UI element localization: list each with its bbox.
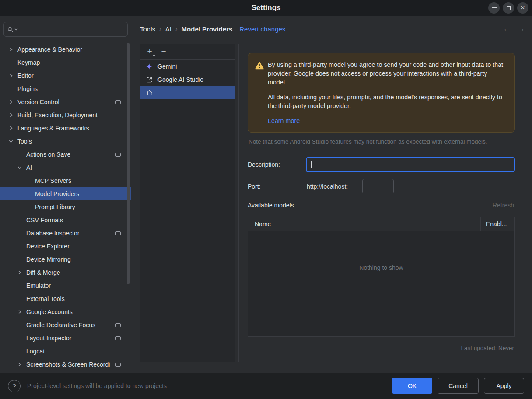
chevron-right-icon[interactable] [6,126,18,130]
close-button[interactable]: × [517,2,528,14]
help-button[interactable]: ? [8,380,21,392]
sidebar-item-gradle-declarative-focus[interactable]: Gradle Declarative Focus [0,318,131,332]
description-input[interactable] [306,157,515,172]
apply-button[interactable]: Apply [484,378,524,394]
external-models-note: Note that some Android Studio features m… [248,138,487,145]
sidebar-item-database-inspector[interactable]: Database Inspector [0,227,131,240]
sidebar-item-tools[interactable]: Tools [0,135,131,148]
port-input[interactable] [362,179,394,193]
cancel-button[interactable]: Cancel [438,378,479,394]
footer-buttons: OK Cancel Apply [392,378,524,394]
column-header-enabled[interactable]: Enabl... [480,217,514,231]
sidebar-item-ai[interactable]: AI [0,161,131,174]
chevron-right-icon[interactable] [15,270,26,275]
search-icon [7,27,13,32]
sidebar-item-label: MCP Servers [35,177,71,184]
settings-content: Appearance & BehaviorKeymapEditorPlugins… [0,16,532,373]
sidebar-item-editor[interactable]: Editor [0,69,131,82]
sidebar-item-appearance-behavior[interactable]: Appearance & Behavior [0,43,131,56]
sidebar-item-keymap[interactable]: Keymap [0,56,131,69]
last-updated-text: Last updated: Never [461,344,514,352]
warning-icon [255,62,264,72]
table-header: Name Enabl... [248,217,514,231]
sidebar-item-version-control[interactable]: Version Control [0,95,131,108]
sidebar-item-screenshots-screen-recordi[interactable]: Screenshots & Screen Recordi [0,358,131,371]
sidebar-item-label: Prompt Library [35,203,75,210]
search-history-chevron-icon [14,28,18,31]
window-title: Settings [251,4,280,12]
provider-item-label: Gemini [158,63,177,70]
third-party-warning-banner: By using a third-party model you agree t… [248,53,515,133]
shared-setting-icon [116,231,121,235]
chevron-right-icon[interactable] [15,362,26,367]
revert-changes-link[interactable]: Revert changes [239,25,285,33]
sidebar-scrollbar[interactable] [127,43,130,284]
breadcrumb-separator: › [175,25,178,32]
breadcrumb-model-providers: Model Providers [182,25,233,33]
sidebar-item-actions-on-save[interactable]: Actions on Save [0,148,131,161]
sidebar-item-layout-inspector[interactable]: Layout Inspector [0,332,131,345]
sidebar-item-label: Version Control [18,98,60,105]
sidebar-item-label: Screenshots & Screen Recordi [26,361,110,368]
sidebar-item-device-explorer[interactable]: Device Explorer [0,240,131,253]
chevron-down-icon[interactable] [6,139,18,144]
port-label: Port: [248,182,261,191]
sidebar-item-label: Keymap [18,59,40,66]
sidebar-item-label: Editor [18,72,34,79]
sidebar-item-emulator[interactable]: Emulator [0,279,131,292]
shared-setting-icon [116,336,121,340]
breadcrumb-ai[interactable]: AI [165,25,172,33]
sidebar-item-csv-formats[interactable]: CSV Formats [0,214,131,227]
sidebar-item-google-accounts[interactable]: Google Accounts [0,305,131,318]
sidebar-item-label: Layout Inspector [26,335,72,342]
window-controls: × [488,2,528,14]
sidebar-item-mcp-servers[interactable]: MCP Servers [0,174,131,187]
chevron-right-icon[interactable] [6,113,18,117]
column-header-name[interactable]: Name [248,217,480,231]
add-provider-button[interactable]: + [145,47,154,57]
sidebar-item-device-mirroring[interactable]: Device Mirroring [0,253,131,266]
learn-more-link[interactable]: Learn more [268,116,300,125]
provider-item-google-ai-studio[interactable]: Google AI Studio [140,73,235,86]
chevron-right-icon[interactable] [6,100,18,104]
question-mark-icon: ? [12,382,16,390]
breadcrumb-tools[interactable]: Tools [140,25,155,33]
titlebar[interactable]: Settings × [0,0,532,16]
breadcrumb-separator: › [159,25,161,32]
forward-arrow-icon[interactable]: → [518,24,525,33]
chevron-right-icon[interactable] [6,47,18,52]
settings-search-input[interactable] [21,26,124,33]
maximize-button[interactable] [503,2,514,14]
breadcrumb: Tools › AI › Model Providers Revert chan… [140,22,525,36]
sidebar-item-prompt-library[interactable]: Prompt Library [0,200,131,214]
sidebar-item-model-providers[interactable]: Model Providers [0,187,131,200]
chevron-down-icon[interactable] [15,165,26,170]
sidebar-item-label: Build, Execution, Deployment [18,112,98,119]
provider-item-new[interactable] [140,86,235,99]
sidebar-item-label: Emulator [26,282,51,289]
remove-provider-button[interactable]: − [159,47,168,57]
sidebar-item-plugins[interactable]: Plugins [0,82,131,95]
ok-button[interactable]: OK [392,378,432,394]
sidebar-item-label: Logcat [26,348,45,355]
provider-item-gemini[interactable]: Gemini [140,60,235,73]
warning-paragraph-2: All data, including your files, prompts,… [268,93,504,110]
sidebar-item-label: Diff & Merge [26,269,60,276]
shared-setting-icon [116,363,121,367]
chevron-right-icon[interactable] [6,74,18,78]
sidebar-item-external-tools[interactable]: External Tools [0,292,131,305]
gemini-star-icon [146,63,154,70]
minimize-button[interactable] [488,2,500,14]
sidebar-item-languages-frameworks[interactable]: Languages & Frameworks [0,122,131,135]
sidebar-item-label: Tools [18,138,32,145]
sidebar-item-diff-merge[interactable]: Diff & Merge [0,266,131,279]
sidebar: Appearance & BehaviorKeymapEditorPlugins… [0,16,135,373]
chevron-right-icon[interactable] [15,310,26,314]
sidebar-item-logcat[interactable]: Logcat [0,345,131,358]
sidebar-item-build-execution-deployment[interactable]: Build, Execution, Deployment [0,108,131,122]
settings-tree: Appearance & BehaviorKeymapEditorPlugins… [0,43,131,371]
search-box[interactable] [4,22,128,37]
refresh-button[interactable]: Refresh [493,201,514,210]
back-arrow-icon[interactable]: ← [503,24,511,33]
sidebar-item-label: Actions on Save [26,151,70,158]
